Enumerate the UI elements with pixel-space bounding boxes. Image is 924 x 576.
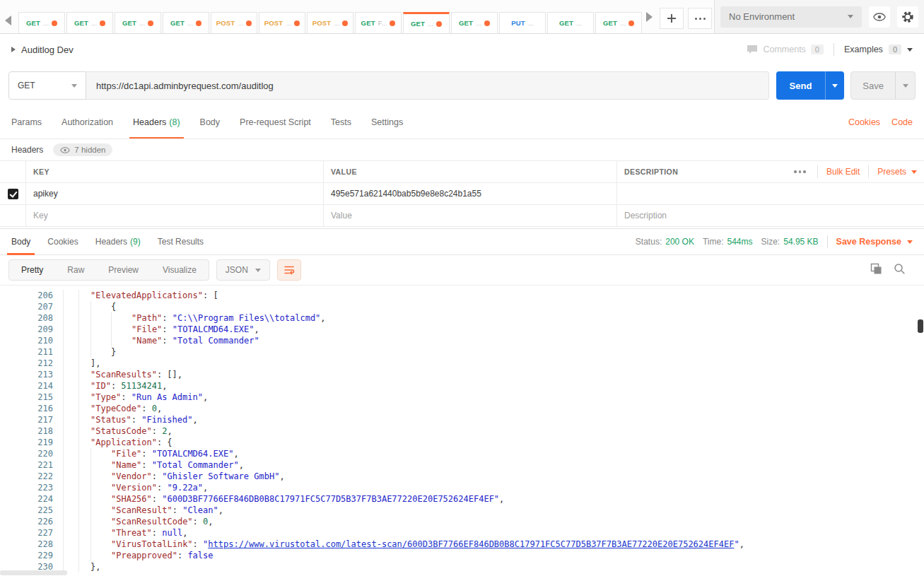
method-selector[interactable]: GET xyxy=(8,71,86,100)
bulk-edit-link[interactable]: Bulk Edit xyxy=(826,167,860,177)
code-token: "Type" xyxy=(90,392,121,402)
horizontal-scrollbar-thumb[interactable] xyxy=(0,570,67,575)
search-response-button[interactable] xyxy=(894,263,906,278)
code-line: 213"ScanResults": [], xyxy=(0,369,924,380)
request-section-tab[interactable]: Tests xyxy=(331,106,351,139)
request-header-actions: Comments 0 Examples 0 xyxy=(747,43,913,56)
request-tab[interactable]: POST... xyxy=(307,12,353,33)
ellipsis-icon xyxy=(695,18,706,20)
code-token: "Preapproved" xyxy=(111,551,177,560)
header-key-cell[interactable]: apikey xyxy=(26,183,324,204)
fold-gutter xyxy=(64,392,79,403)
request-section-tab[interactable]: Params xyxy=(11,106,42,139)
save-response-button[interactable]: Save Response xyxy=(836,237,913,247)
save-button[interactable]: Save xyxy=(851,72,895,99)
indent-guide xyxy=(90,516,111,527)
vertical-scrollbar-thumb[interactable] xyxy=(918,319,923,333)
indent-guide xyxy=(90,539,111,550)
environment-selector[interactable]: No Environment xyxy=(720,6,862,28)
response-tab[interactable]: Test Results xyxy=(158,229,204,254)
view-mode-tab[interactable]: Visualize xyxy=(151,260,209,280)
request-tab[interactable]: GETF... xyxy=(355,12,402,33)
tab-options-button[interactable] xyxy=(688,8,712,29)
new-header-row: Key Value Description xyxy=(0,205,924,227)
save-options-button[interactable] xyxy=(895,72,915,99)
comments-button[interactable]: Comments 0 xyxy=(747,45,824,54)
request-tab[interactable]: GET... xyxy=(163,12,209,33)
tab-label: Headers xyxy=(95,237,127,247)
response-tab[interactable]: Cookies xyxy=(47,229,78,254)
send-button[interactable]: Send xyxy=(776,71,826,100)
response-tab[interactable]: Headers(9) xyxy=(95,229,141,254)
fold-gutter xyxy=(64,482,79,493)
request-section-tab[interactable]: Pre-request Script xyxy=(240,106,311,139)
tab-back-button[interactable] xyxy=(5,16,11,28)
code-line: 215"Type": "Run As Admin", xyxy=(0,392,924,403)
new-tab-button[interactable] xyxy=(660,8,684,29)
copy-icon xyxy=(870,263,882,275)
line-number: 217 xyxy=(0,414,64,425)
environment-quick-look-button[interactable] xyxy=(869,6,890,28)
new-value-input[interactable]: Value xyxy=(324,205,617,226)
response-tab[interactable]: Body xyxy=(11,229,30,254)
request-section-tab[interactable]: Headers(8) xyxy=(133,106,180,139)
header-value-cell[interactable]: 495e571a621440bab5b9e8e8c24b1a55 xyxy=(324,183,617,204)
cookies-link[interactable]: Cookies xyxy=(848,117,880,127)
new-description-input[interactable]: Description xyxy=(617,205,924,226)
tab-forward-button[interactable] xyxy=(646,12,653,25)
row-checkbox[interactable] xyxy=(8,189,18,199)
code-token: : xyxy=(177,551,187,560)
new-key-input[interactable]: Key xyxy=(26,205,324,226)
code-token: , xyxy=(233,449,238,459)
request-tab[interactable]: GET... xyxy=(18,12,65,33)
copy-response-button[interactable] xyxy=(870,263,882,278)
presets-dropdown[interactable]: Presets xyxy=(877,167,917,177)
more-actions-button[interactable] xyxy=(791,170,809,173)
line-content: "Threat": null, xyxy=(79,527,187,539)
collection-breadcrumb[interactable]: Auditlog Dev xyxy=(11,45,74,55)
method-label: GET xyxy=(459,19,473,27)
code-token: , xyxy=(203,392,208,402)
response-body-viewer: 206"ElevatedApplications": [207{208"Path… xyxy=(0,285,924,576)
wrap-text-button[interactable] xyxy=(277,259,301,281)
examples-label: Examples xyxy=(844,45,883,54)
view-mode-tab[interactable]: Pretty xyxy=(9,260,55,280)
tab-label: Body xyxy=(200,117,221,127)
view-mode-tab[interactable]: Preview xyxy=(96,260,151,280)
request-tab[interactable]: PUT... xyxy=(499,12,546,33)
code-link[interactable]: Code xyxy=(891,117,913,127)
request-section-tab[interactable]: Settings xyxy=(371,106,403,139)
request-tab[interactable]: GET... xyxy=(403,12,450,33)
chevron-left-icon xyxy=(5,16,11,25)
code-line: 210"Name": "Total Commander" xyxy=(0,335,924,346)
code-line: 222"Vendor": "Ghisler Software GmbH", xyxy=(0,471,924,482)
json-link[interactable]: https://www.virustotal.com/latest-scan/6… xyxy=(208,539,734,549)
code-token: : xyxy=(162,324,172,334)
request-tab[interactable]: POST... xyxy=(211,12,257,33)
header-description-cell[interactable] xyxy=(617,183,924,204)
request-tab[interactable]: GET... xyxy=(115,12,161,33)
settings-button[interactable] xyxy=(897,6,918,28)
request-tab[interactable]: GET... xyxy=(595,12,642,33)
indent-guide xyxy=(90,459,111,471)
request-tab[interactable]: GET... xyxy=(451,12,498,33)
request-tab[interactable]: GET... xyxy=(547,12,594,33)
view-mode-tab[interactable]: Raw xyxy=(55,260,96,280)
request-section-tab[interactable]: Authorization xyxy=(62,106,113,139)
tab-title: ... xyxy=(238,19,243,27)
request-header-row: Auditlog Dev Comments 0 Examples 0 xyxy=(0,34,924,65)
indent-guide xyxy=(111,312,131,324)
url-value: https://dc1api.adminbyrequest.com/auditl… xyxy=(96,81,274,91)
send-options-button[interactable] xyxy=(825,71,844,100)
request-tab[interactable]: POST... xyxy=(259,12,305,33)
code-token: "SHA256" xyxy=(111,494,152,504)
request-tab[interactable]: GET... xyxy=(66,12,113,33)
url-input[interactable]: https://dc1api.adminbyrequest.com/auditl… xyxy=(86,71,769,100)
line-content: "Name": "Total Commander" xyxy=(79,335,259,346)
line-content: "Vendor": "Ghisler Software GmbH", xyxy=(79,471,285,482)
code-token: : xyxy=(193,517,203,527)
examples-dropdown[interactable]: Examples 0 xyxy=(844,45,913,54)
hidden-headers-pill[interactable]: 7 hidden xyxy=(53,143,112,156)
language-selector[interactable]: JSON xyxy=(216,259,270,281)
request-section-tab[interactable]: Body xyxy=(200,106,221,139)
